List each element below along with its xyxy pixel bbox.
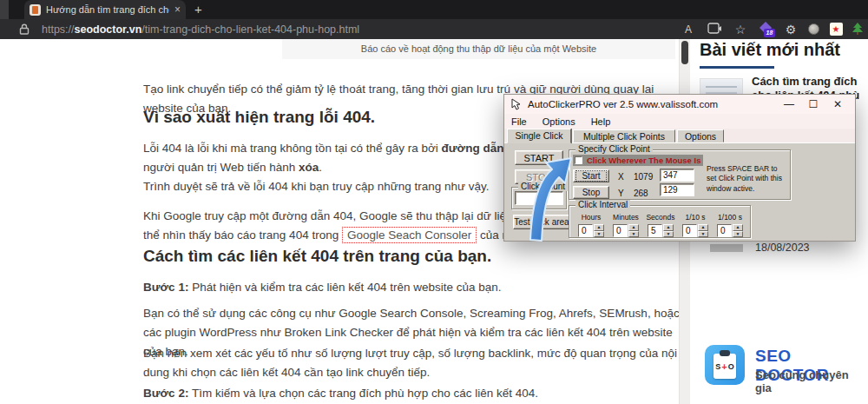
- autoclicker-menubar: File Options Help: [504, 114, 855, 129]
- url-protocol: https://: [42, 23, 75, 36]
- step2-label: Bước 2:: [143, 387, 188, 400]
- immersive-reader-icon[interactable]: [701, 22, 727, 37]
- hours-up-icon[interactable]: ▲: [594, 224, 604, 231]
- url-domain: seodoctor.vn: [75, 23, 142, 36]
- tenths-up-icon[interactable]: ▲: [698, 224, 708, 231]
- logo-clipboard-icon: S+O: [705, 345, 745, 385]
- text-size-icon[interactable]: A: [675, 23, 701, 36]
- menu-options[interactable]: Options: [542, 116, 575, 127]
- clipboard-monogram: S+O: [713, 354, 736, 379]
- annotation-arrow-icon: [517, 153, 580, 243]
- interval-tenths: 1/10 s 0 ▲▼: [679, 213, 712, 237]
- logo-tagline: Seo cùng chuyên gia: [755, 368, 866, 394]
- tab-single-click[interactable]: Single Click: [507, 129, 571, 143]
- interval-seconds: Seconds 5 ▲▼: [644, 213, 677, 237]
- browser-tab-bar: Hướng dẫn tìm trang đích cho liên kết 40…: [0, 0, 868, 19]
- url-path: /tim-trang-dich-cho-lien-ket-404-phu-hop…: [141, 23, 359, 36]
- autoclicker-window-controls: — ☐ ✕: [777, 95, 850, 114]
- y-input[interactable]: 129: [660, 183, 694, 196]
- minutes-down-icon[interactable]: ▼: [628, 231, 639, 238]
- x-input[interactable]: 347: [660, 169, 694, 182]
- ssl-lock-icon[interactable]: [19, 23, 30, 35]
- close-button[interactable]: ✕: [825, 98, 850, 110]
- click-interval-group: Click Interval Hours 0 ▲▼ Minutes 0 ▲▼: [569, 205, 751, 238]
- mouse-follow-strip: Click Wherever The Mouse Is: [573, 155, 703, 166]
- bold-delete: xóa: [299, 161, 319, 174]
- interval-hundredths: 1/100 s 0 ▲▼: [713, 213, 746, 237]
- sidebar-heading-underline: [700, 66, 774, 69]
- minimize-button[interactable]: —: [777, 98, 801, 110]
- hours-down-icon[interactable]: ▼: [594, 231, 604, 238]
- new-tab-button[interactable]: +: [194, 2, 202, 17]
- tab-options[interactable]: Options: [677, 129, 724, 142]
- seconds-down-icon[interactable]: ▼: [663, 231, 674, 238]
- seconds-up-icon[interactable]: ▲: [663, 224, 674, 231]
- extension-icon-star[interactable]: ★: [825, 23, 847, 36]
- tab-title: Hướng dẫn tìm trang đích cho liên kết 40…: [46, 4, 169, 15]
- x-label: X: [618, 172, 624, 182]
- article-paragraph-step2: Bước 2: Tìm kiếm và lựa chọn các trang đ…: [143, 384, 680, 403]
- menu-file[interactable]: File: [511, 116, 527, 127]
- post-meta-remnant: [710, 244, 743, 252]
- step1-label: Bước 1:: [143, 281, 188, 294]
- site-logo[interactable]: S+O SEO DOCTOR Seo cùng chuyên gia: [705, 345, 866, 387]
- autoclicker-titlebar[interactable]: AutoClickerPRO ver 2.5 www.valissoft.com…: [504, 95, 855, 114]
- menu-help[interactable]: Help: [591, 116, 611, 127]
- autoclicker-title: AutoClickerPRO ver 2.5 www.valissoft.com: [528, 99, 718, 109]
- article-paragraph-7: Bạn nên xem xét các yếu tố như số lượng …: [143, 344, 680, 382]
- maximize-button[interactable]: ☐: [801, 98, 825, 110]
- extension-badge: 18: [764, 29, 775, 37]
- seconds-label: Seconds: [644, 213, 677, 222]
- spacebar-hint: Press SPACE BAR to set Click Point with …: [707, 164, 786, 194]
- tenths-down-icon[interactable]: ▼: [698, 231, 708, 238]
- url-text[interactable]: https://seodoctor.vn/tim-trang-dich-cho-…: [42, 23, 359, 36]
- mouse-follow-label: Click Wherever The Mouse Is: [587, 156, 700, 165]
- y-label: Y: [618, 189, 624, 198]
- extension-icon-purple[interactable]: 18: [753, 19, 779, 39]
- tab-multiple-click-points[interactable]: Multiple Click Points: [573, 129, 675, 142]
- seconds-spinner[interactable]: 5 ▲▼: [648, 224, 674, 237]
- interval-minutes: Minutes 0 ▲▼: [609, 213, 642, 237]
- image-caption: Báo cáo về hoạt động thu thập dữ liệu củ…: [282, 39, 675, 59]
- hundredths-down-icon[interactable]: ▼: [733, 231, 743, 238]
- minutes-spinner[interactable]: 0 ▲▼: [613, 224, 639, 237]
- screen: Hướng dẫn tìm trang đích cho liên kết 40…: [0, 0, 868, 404]
- extension-icon-tree[interactable]: [847, 23, 868, 36]
- toolbar-icons: A ☆ 18 ⚙ ★: [675, 19, 868, 39]
- tab-close-icon[interactable]: ×: [174, 4, 181, 15]
- tenths-spinner[interactable]: 0 ▲▼: [682, 224, 708, 237]
- minutes-up-icon[interactable]: ▲: [628, 224, 639, 231]
- sidebar-heading: Bài viết mới nhất: [700, 40, 840, 60]
- hundredths-spinner[interactable]: 0 ▲▼: [717, 224, 743, 237]
- settings-gear-icon[interactable]: ⚙: [779, 23, 802, 36]
- hundredths-up-icon[interactable]: ▲: [733, 224, 743, 231]
- y-position: 268: [634, 189, 648, 198]
- hours-spinner[interactable]: 0 ▲▼: [578, 224, 604, 237]
- page-scrollbar-thumb[interactable]: [681, 41, 688, 64]
- tab-favicon-icon: [30, 4, 41, 16]
- address-bar[interactable]: https://seodoctor.vn/tim-trang-dich-cho-…: [0, 19, 868, 39]
- cursor-app-icon: [510, 98, 522, 110]
- autoclicker-tabs: Single Click Multiple Click Points Optio…: [504, 129, 855, 142]
- tenths-label: 1/10 s: [679, 213, 712, 222]
- specify-group-label: Specify Click Point: [575, 144, 653, 154]
- favorites-star-icon[interactable]: ☆: [727, 23, 753, 36]
- google-search-console-tag: Google Seach Consoler: [342, 227, 477, 243]
- article-paragraph-step1: Bước 1: Phát hiện và kiểm tra các liên k…: [143, 278, 680, 297]
- click-interval-label: Click Interval: [575, 200, 630, 209]
- x-position: 1079: [634, 172, 653, 182]
- browser-tab[interactable]: Hướng dẫn tìm trang đích cho liên kết 40…: [24, 0, 186, 19]
- hundredths-label: 1/100 s: [713, 213, 746, 222]
- red-plus-icon: +: [721, 361, 727, 372]
- specify-click-point-group: Specify Click Point Click Wherever The M…: [569, 149, 791, 200]
- window-corner: [0, 0, 9, 19]
- section-heading-find-404: Cách tìm các liên kết 404 trên trang của…: [143, 247, 680, 266]
- minutes-label: Minutes: [609, 213, 642, 222]
- extension-icon-coin[interactable]: [802, 23, 825, 35]
- post-date: 18/08/2023: [755, 242, 810, 254]
